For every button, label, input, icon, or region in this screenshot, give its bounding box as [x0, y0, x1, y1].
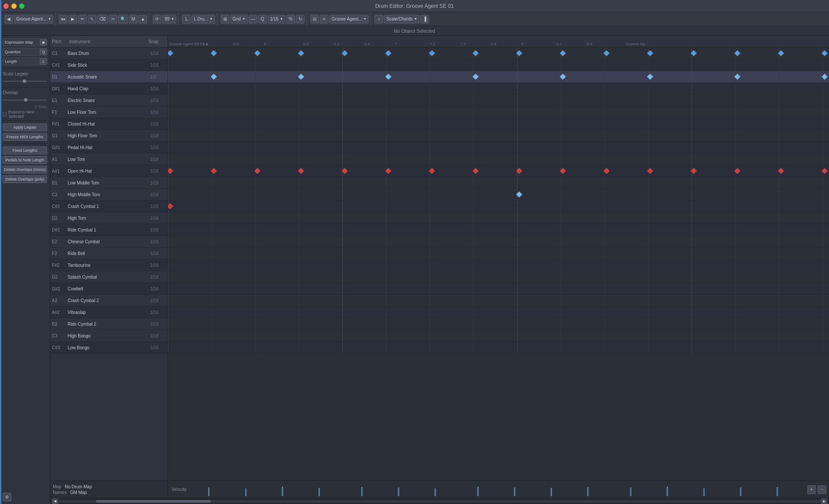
note-diamond[interactable]	[691, 168, 697, 174]
grid-row[interactable]	[168, 106, 829, 118]
length-btn[interactable]: Length	[3, 58, 40, 65]
note-row[interactable]: C2High Middle Tom1/16	[50, 189, 168, 201]
toolbar-refresh[interactable]: ↻	[296, 15, 305, 24]
note-diamond[interactable]	[211, 50, 217, 56]
grid-row[interactable]	[168, 177, 829, 189]
note-diamond[interactable]	[298, 168, 304, 174]
note-diamond[interactable]	[822, 74, 828, 80]
note-diamond[interactable]	[254, 50, 260, 56]
grid-row[interactable]	[168, 130, 829, 142]
note-row[interactable]: F#1Closed Hi-Hat1/16	[50, 118, 168, 130]
extend-checkbox-row[interactable]: Extend to Next Selected	[3, 111, 47, 118]
note-diamond[interactable]	[734, 50, 740, 56]
horizontal-scrollbar[interactable]	[58, 500, 821, 503]
grid-row[interactable]	[168, 248, 829, 259]
note-diamond[interactable]	[822, 168, 828, 174]
overlap-slider[interactable]	[3, 99, 47, 101]
grid-row[interactable]	[168, 71, 829, 83]
note-row[interactable]: A#1Open Hi-Hat1/16	[50, 165, 168, 177]
note-diamond[interactable]	[473, 74, 479, 80]
grid-row[interactable]	[168, 165, 829, 177]
scroll-left-btn[interactable]: ◀	[52, 498, 58, 504]
note-row[interactable]: C1Bass Drum1/16	[50, 48, 168, 59]
grid-row[interactable]	[168, 224, 829, 236]
toolbar-agent-dropdown[interactable]: Groove Agent... ▼	[329, 15, 369, 24]
note-diamond[interactable]	[647, 50, 653, 56]
note-diamond[interactable]	[734, 168, 740, 174]
note-row[interactable]: E2Chinese Cymbal1/16	[50, 236, 168, 248]
note-row[interactable]: A#2Vibraslap1/16	[50, 306, 168, 318]
toolbar-view1[interactable]: ⊟	[310, 15, 319, 24]
note-diamond[interactable]	[168, 203, 173, 209]
toolbar-zoom[interactable]: 🔍	[118, 15, 128, 24]
scrollbar-thumb[interactable]	[96, 500, 210, 503]
settings-gear-icon[interactable]: ⚙	[3, 493, 11, 501]
note-diamond[interactable]	[385, 50, 391, 56]
note-diamond[interactable]	[342, 168, 348, 174]
note-diamond[interactable]	[516, 191, 522, 198]
toolbar-snap-extra[interactable]: %	[286, 15, 295, 24]
quantize-icon[interactable]: Q	[40, 48, 47, 55]
note-diamond[interactable]	[473, 168, 479, 174]
note-diamond[interactable]	[211, 168, 217, 174]
note-diamond[interactable]	[298, 74, 304, 80]
quantize-btn[interactable]: Quantize	[3, 48, 40, 56]
toolbar-loop-icon[interactable]: ⟳	[153, 15, 161, 24]
delete-mono-btn[interactable]: Delete Overlaps (mono)	[3, 166, 47, 174]
toolbar-plugin-dropdown[interactable]: Groove Agent... ▼	[14, 15, 53, 24]
note-diamond[interactable]	[254, 168, 260, 174]
grid-row[interactable]	[168, 189, 829, 201]
note-row[interactable]: B1Low Middle Tom1/16	[50, 177, 168, 189]
grid-row[interactable]	[168, 83, 829, 95]
fixed-lengths-btn[interactable]: Fixed Lengths	[3, 146, 47, 154]
note-row[interactable]: G#1Pedal Hi-Hat1/16	[50, 142, 168, 153]
note-row[interactable]: C3High Bongo1/16	[50, 330, 168, 342]
delete-poly-btn[interactable]: Delete Overlaps (poly)	[3, 175, 47, 183]
note-row[interactable]: A1Low Tom1/16	[50, 153, 168, 165]
note-row[interactable]: D#1Hand Clap1/16	[50, 83, 168, 95]
note-diamond[interactable]	[516, 50, 522, 56]
note-diamond[interactable]	[429, 168, 435, 174]
zoom-in-btn[interactable]: +	[807, 485, 816, 494]
grid-row[interactable]	[168, 295, 829, 306]
grid-row[interactable]	[168, 259, 829, 271]
note-diamond[interactable]	[429, 50, 435, 56]
note-diamond[interactable]	[778, 50, 784, 56]
note-row[interactable]: F#2Tambourine1/16	[50, 259, 168, 271]
toolbar-eraser[interactable]: ⌫	[97, 15, 108, 24]
expression-map-icon[interactable]: ▶	[40, 39, 47, 46]
grid-row[interactable]	[168, 318, 829, 330]
apply-legato-btn[interactable]: Apply Legato	[3, 123, 47, 131]
toolbar-grid-dropdown[interactable]: Grid ▼	[230, 15, 248, 24]
note-diamond[interactable]	[822, 50, 828, 56]
note-row[interactable]: G1High Floor Tom1/16	[50, 130, 168, 142]
note-row[interactable]: B2Ride Cymbal 21/16	[50, 318, 168, 330]
note-row[interactable]: G2Splash Cymbal1/16	[50, 271, 168, 283]
toolbar-color[interactable]: ▲	[138, 15, 147, 24]
note-diamond[interactable]	[691, 50, 697, 56]
note-diamond[interactable]	[168, 168, 173, 174]
note-row[interactable]: E1Electric Snare1/16	[50, 95, 168, 106]
note-diamond[interactable]	[298, 50, 304, 56]
note-row[interactable]: C#3Low Bongo1/16	[50, 342, 168, 354]
toolbar-cut[interactable]: ✂	[109, 15, 117, 24]
note-diamond[interactable]	[168, 50, 173, 56]
grid-row[interactable]	[168, 59, 829, 71]
grid-row[interactable]	[168, 48, 829, 59]
note-diamond[interactable]	[647, 168, 653, 174]
toolbar-grid-icon[interactable]: ⊞	[221, 15, 230, 24]
scale-legato-slider[interactable]	[3, 81, 47, 82]
toolbar-mute[interactable]: M	[129, 15, 137, 24]
grid-row[interactable]	[168, 142, 829, 153]
note-diamond[interactable]	[560, 50, 566, 56]
toolbar-view2[interactable]: ≡	[320, 15, 329, 24]
pedals-btn[interactable]: Pedals to Note Length	[3, 156, 47, 164]
toolbar-chord-icon[interactable]: ♪	[374, 15, 383, 24]
maximize-button[interactable]	[19, 3, 24, 9]
expression-map-btn[interactable]: Expression Map	[3, 38, 40, 46]
toolbar-snap-dropdown[interactable]: 1/16 ▼	[268, 15, 285, 24]
grid-row[interactable]	[168, 330, 829, 342]
note-diamond[interactable]	[342, 50, 348, 56]
note-row[interactable]: G#2Cowbell1/16	[50, 283, 168, 295]
close-button[interactable]	[3, 3, 9, 9]
